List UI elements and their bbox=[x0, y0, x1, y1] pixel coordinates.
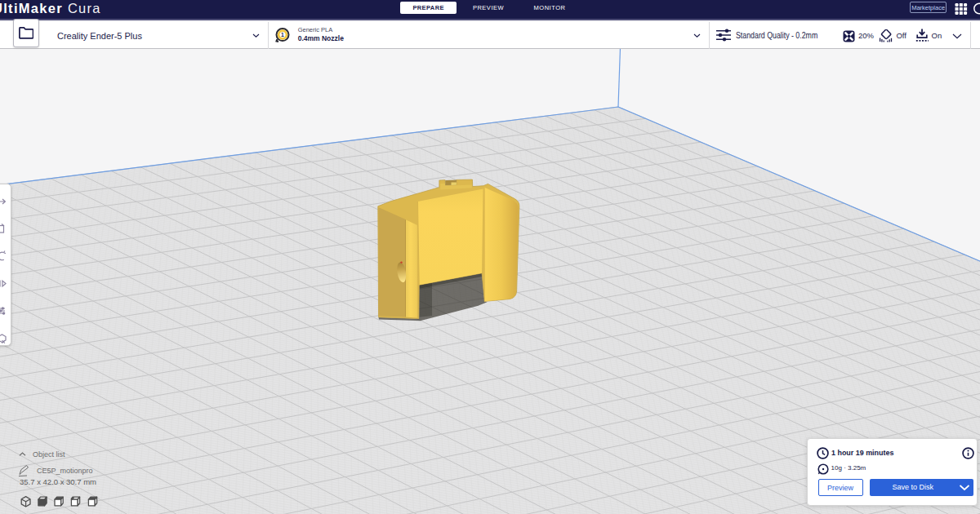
svg-text:CE5P_motionpro: CE5P_motionpro bbox=[37, 467, 93, 475]
svg-text:Object list: Object list bbox=[33, 450, 65, 459]
svg-text:35.7 x 42.0 x 30.7 mm: 35.7 x 42.0 x 30.7 mm bbox=[20, 477, 96, 486]
svg-text:1: 1 bbox=[281, 32, 284, 38]
